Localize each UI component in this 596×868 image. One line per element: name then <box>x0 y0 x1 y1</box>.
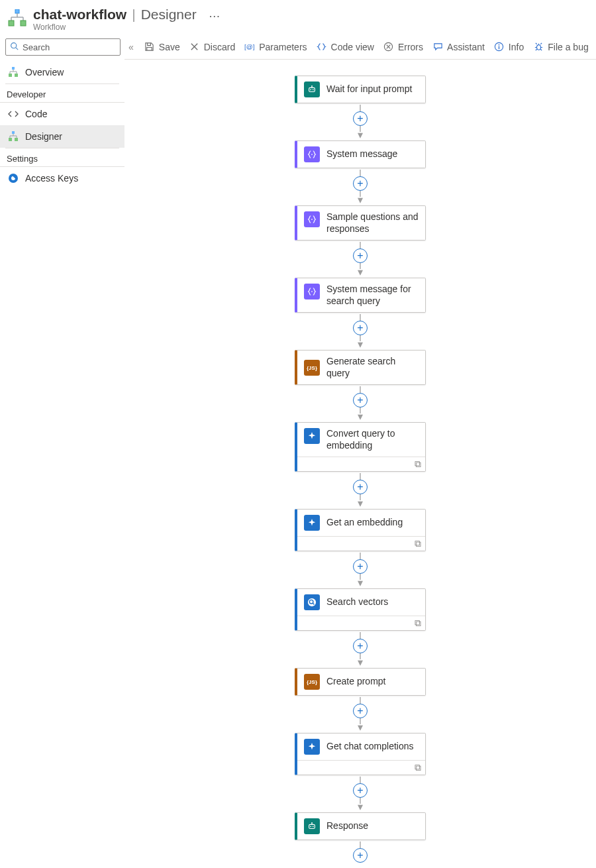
arrow-down-icon: ▾ <box>358 498 363 509</box>
add-step-button[interactable]: + <box>353 176 368 191</box>
arrow-down-icon: ▾ <box>358 411 363 422</box>
svg-rect-12 <box>12 131 15 134</box>
svg-point-31 <box>308 598 316 606</box>
sidebar-item-designer[interactable]: Designer <box>0 125 124 148</box>
connector: +▾ <box>353 775 368 812</box>
assistant-label: Assistant <box>447 42 485 52</box>
node-icon <box>304 515 320 531</box>
sidebar-section-developer: Developer <box>0 84 124 103</box>
discard-label: Discard <box>204 42 235 52</box>
node-title: Get chat completions <box>326 741 414 753</box>
add-step-button[interactable]: + <box>353 559 368 574</box>
workflow-node[interactable]: Get an embedding⧉ <box>295 509 426 551</box>
toolbar: « Save Discard [@] Parameters <box>124 34 596 60</box>
node-title: Wait for input prompt <box>326 83 412 95</box>
add-step-button[interactable]: + <box>353 248 368 263</box>
save-button[interactable]: Save <box>144 42 180 52</box>
svg-point-28 <box>311 219 313 220</box>
node-icon: {JS} <box>304 360 320 376</box>
add-step-button[interactable]: + <box>353 783 368 798</box>
file-bug-button[interactable]: File a bug <box>533 42 588 52</box>
sidebar-item-code[interactable]: Code <box>0 103 124 125</box>
node-icon <box>304 81 320 97</box>
node-footer: ⧉ <box>297 760 425 775</box>
sidebar-item-access-keys[interactable]: Access Keys <box>0 167 124 190</box>
collapse-sidebar-button[interactable]: « <box>127 42 135 52</box>
connector: +▾ <box>353 241 368 278</box>
bug-icon <box>533 42 544 52</box>
svg-point-24 <box>313 89 314 91</box>
title-separator: | <box>132 7 135 23</box>
sidebar-item-overview[interactable]: Overview <box>0 61 124 83</box>
arrow-down-icon: ▾ <box>358 657 363 668</box>
workflow-node[interactable]: Search vectors⧉ <box>295 588 426 631</box>
workflow-node[interactable]: System message for search query <box>295 278 426 313</box>
assistant-icon <box>432 42 443 52</box>
workflow-node[interactable]: {JS}Create prompt <box>295 668 426 696</box>
code-view-button[interactable]: Code view <box>317 42 374 52</box>
node-icon <box>304 284 320 299</box>
info-button[interactable]: Info <box>494 42 524 52</box>
workflow-node[interactable]: {JS}Generate search query <box>295 350 426 385</box>
svg-rect-13 <box>9 138 12 141</box>
arrow-down-icon: ▾ <box>358 339 363 350</box>
arrow-down-icon: ▾ <box>358 130 363 140</box>
header-title-group: chat-workflow | Designer … Workflow <box>33 7 221 32</box>
add-step-button[interactable]: + <box>353 111 368 126</box>
svg-point-36 <box>310 826 311 828</box>
sidebar-item-label: Overview <box>25 67 64 78</box>
svg-text:[@]: [@] <box>244 43 255 50</box>
designer-icon <box>8 131 19 142</box>
link-icon: ⧉ <box>415 762 421 773</box>
node-icon <box>304 211 320 227</box>
errors-button[interactable]: Errors <box>383 42 423 52</box>
svg-rect-14 <box>15 138 18 141</box>
code-view-icon <box>317 42 327 52</box>
file-bug-label: File a bug <box>548 42 588 52</box>
svg-text:{JS}: {JS} <box>307 365 317 371</box>
designer-canvas[interactable]: Wait for input prompt+▾System message+▾S… <box>124 60 596 868</box>
errors-label: Errors <box>398 42 423 52</box>
workflow-node[interactable]: Convert query to embedding⧉ <box>295 422 426 472</box>
workflow-node[interactable]: Response <box>295 812 426 840</box>
svg-point-7 <box>11 43 17 48</box>
workflow-icon <box>5 7 29 30</box>
connector: +▾ <box>353 551 368 588</box>
page-context: Designer <box>141 7 197 23</box>
svg-point-37 <box>313 826 314 828</box>
svg-rect-20 <box>499 46 499 50</box>
sidebar-item-label: Designer <box>25 131 62 142</box>
node-icon <box>304 818 320 834</box>
sidebar: Search Overview Developer Code <box>0 34 124 868</box>
workflow-node[interactable]: Get chat completions⧉ <box>295 733 426 775</box>
node-title: System message for search query <box>326 284 419 307</box>
assistant-button[interactable]: Assistant <box>432 42 485 52</box>
workflow-node[interactable]: Sample questions and responses <box>295 205 426 241</box>
more-button[interactable]: … <box>209 7 221 19</box>
add-step-button[interactable]: + <box>353 639 368 653</box>
page-header: chat-workflow | Designer … Workflow <box>0 0 596 34</box>
svg-rect-5 <box>9 21 14 26</box>
node-footer: ⧉ <box>297 536 425 551</box>
parameters-icon: [@] <box>244 42 255 52</box>
add-step-button[interactable]: + <box>353 480 368 494</box>
add-step-button[interactable]: + <box>353 393 368 407</box>
node-title: Search vectors <box>326 596 388 608</box>
svg-rect-10 <box>9 74 12 77</box>
search-input[interactable]: Search <box>5 38 121 56</box>
workflow-node[interactable]: System message <box>295 140 426 168</box>
parameters-label: Parameters <box>259 42 307 52</box>
node-title: Generate search query <box>326 356 419 379</box>
add-step-button[interactable]: + <box>353 704 368 718</box>
workflow-node[interactable]: Wait for input prompt <box>295 76 426 103</box>
discard-button[interactable]: Discard <box>189 42 235 52</box>
add-step-button[interactable]: + <box>353 321 368 335</box>
svg-point-23 <box>310 89 311 91</box>
add-step-button[interactable]: + <box>353 848 368 863</box>
parameters-button[interactable]: [@] Parameters <box>244 42 307 52</box>
workflow-mini-icon <box>8 67 19 78</box>
link-icon: ⧉ <box>415 459 421 470</box>
node-title: Get an embedding <box>326 517 403 529</box>
link-icon: ⧉ <box>415 618 421 629</box>
code-view-label: Code view <box>331 42 374 52</box>
